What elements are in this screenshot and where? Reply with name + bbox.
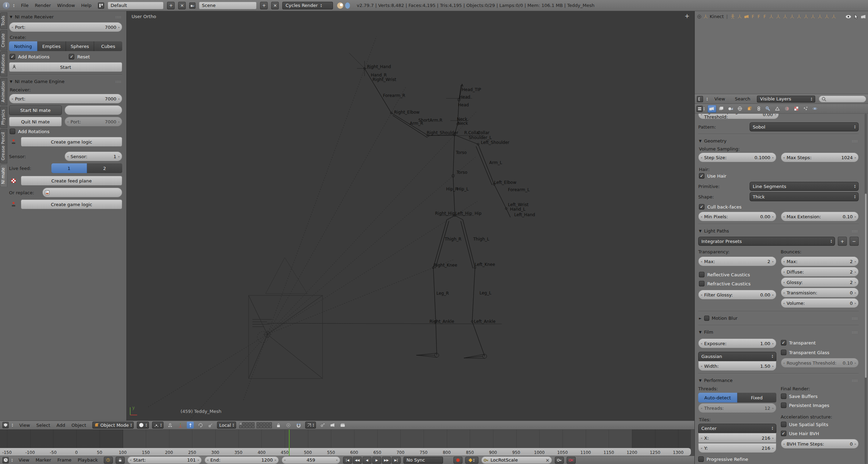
scene-field[interactable]: Scene [199, 2, 257, 9]
shelf-tab-create[interactable]: Create [0, 30, 7, 50]
port-slider[interactable]: ◂Port: 7000▸ [9, 22, 122, 32]
editor-stepper-icon[interactable]: ▴▾ [11, 458, 13, 462]
properties-tab-material[interactable] [783, 105, 791, 113]
add-preset-button[interactable]: + [838, 237, 847, 246]
menu-add[interactable]: Add [53, 422, 68, 429]
reflective-caustics-checkbox[interactable]: Reflective Caustics [699, 272, 776, 277]
threads-mode-auto-detect[interactable]: Auto-detect [698, 393, 737, 402]
properties-tab-physics[interactable] [811, 105, 819, 113]
outliner-editor[interactable]: Kinect | FFF [695, 11, 868, 94]
game-port-slider[interactable]: ◂Port: 7000▸ [9, 94, 122, 104]
hair-bvh-checkbox[interactable]: ✓Use Hair BVH [781, 431, 859, 436]
next-keyframe-button[interactable]: ▶▶ [382, 457, 391, 464]
editor-stepper-icon[interactable]: ▴▾ [13, 3, 15, 8]
volume-bounces-slider[interactable]: ◂Volume: 0▸ [781, 298, 859, 308]
jump-end-button[interactable]: ▶| [392, 457, 401, 464]
create-option-cubes[interactable]: Cubes [94, 41, 122, 51]
layer-toggle[interactable] [239, 422, 242, 425]
menu-marker[interactable]: Marker [32, 457, 54, 463]
spatial-splits-checkbox[interactable]: Use Spatial Splits [781, 422, 859, 427]
properties-tab-render[interactable] [708, 105, 716, 113]
bvh-time-steps-slider[interactable]: ◂BVH Time Steps: 0▸ [781, 439, 859, 449]
layer-toggle[interactable] [263, 425, 266, 428]
menu-render[interactable]: Render [32, 2, 54, 9]
shelf-tab-physics[interactable]: Physics [0, 106, 7, 128]
shape-select[interactable]: Thick▴▾ [750, 192, 859, 201]
primitive-select[interactable]: Line Segments▴▾ [750, 182, 859, 191]
outliner-item-kinect[interactable]: Kinect | FFF [695, 11, 868, 22]
mode-select[interactable]: Object Mode▴▾ [92, 422, 134, 429]
layer-toggle[interactable] [266, 422, 269, 425]
step-size-slider[interactable]: ◂Step Size: 0.1000▸ [698, 153, 776, 162]
frame-start-slider[interactable]: ◂Start: 101▸ [127, 456, 202, 464]
snap-magnet-icon[interactable] [295, 422, 302, 429]
properties-region-expand-icon[interactable]: + [685, 13, 690, 19]
menu-select[interactable]: Select [33, 422, 53, 429]
nimate-path-field[interactable] [65, 105, 122, 115]
use-hair-checkbox[interactable]: ✓Use Hair [699, 173, 858, 179]
threads-mode-fixed[interactable]: Fixed [737, 393, 776, 402]
panel-grip-icon[interactable]: :::: [116, 15, 122, 19]
menu-view[interactable]: View [16, 422, 33, 429]
pivot-point-select[interactable]: ▴▾ [152, 422, 164, 429]
menu-window[interactable]: Window [54, 2, 78, 9]
transparent-checkbox[interactable]: ✓Transparent [781, 340, 859, 345]
viewport-shading-select[interactable]: ▴▾ [137, 422, 149, 429]
min-pixels-slider[interactable]: ◂Min Pixels: 0.00▸ [698, 212, 776, 221]
menu-file[interactable]: File [18, 2, 32, 9]
game-add-rotations-checkbox[interactable]: Add Rotations [10, 129, 122, 134]
timeline-dope-area[interactable] [0, 430, 691, 448]
editor-stepper-icon[interactable]: ▴▾ [707, 97, 708, 101]
integrator-presets-select[interactable]: Integrator Presets▴▾ [698, 237, 835, 246]
info-editor-icon[interactable]: i [3, 2, 10, 9]
restrict-toggles[interactable] [845, 14, 866, 19]
pixel-filter-select[interactable]: Gaussian▴▾ [698, 352, 776, 361]
menu-search[interactable]: Search [732, 96, 753, 102]
expand-icon[interactable] [697, 14, 702, 19]
panel-header-nimate-game-engine[interactable]: ▼ NI mate Game Engine :::: [9, 77, 122, 86]
start-button[interactable]: Start [9, 62, 122, 72]
properties-tab-constraints[interactable] [754, 105, 763, 113]
add-scene-button[interactable]: + [260, 2, 268, 9]
tile-y-slider[interactable]: ◂Y: 216▸ [698, 443, 776, 453]
layer-toggle[interactable] [257, 422, 259, 425]
outliner-filter-select[interactable]: Visible Layers▴▾ [757, 96, 815, 103]
create-option-spheres[interactable]: Spheres [66, 41, 94, 51]
screen-browse-icon[interactable] [98, 2, 104, 9]
close-layout-button[interactable]: × [178, 2, 186, 9]
panel-header-motion-blur[interactable]: ► Motion Blur :::: [698, 314, 859, 323]
outliner-search-input[interactable] [819, 96, 866, 103]
create-feed-plane-button[interactable]: Create feed plane [21, 176, 122, 186]
properties-tab-particles[interactable] [801, 105, 810, 113]
sync-mode-select[interactable]: No Sync [403, 457, 443, 464]
filter-width-slider[interactable]: ◂Width: 1.50▸ [698, 361, 776, 371]
sensor-slider[interactable]: ◂Sensor: 1▸ [65, 152, 122, 161]
restrict-pointer-icon[interactable] [854, 14, 858, 19]
create-option-nothing[interactable]: Nothing [9, 41, 37, 51]
motion-blur-checkbox[interactable] [704, 316, 709, 321]
properties-tab-render-layers[interactable] [717, 105, 726, 113]
start-nimate-button[interactable]: Start NI mate [9, 105, 62, 115]
lock-time-cursor-icon[interactable] [116, 457, 125, 464]
properties-tab-world[interactable] [736, 105, 744, 113]
properties-editor-icon[interactable] [696, 106, 703, 112]
record-button[interactable] [453, 457, 462, 464]
shelf-tab-ni-mate[interactable]: NI mate [0, 164, 7, 187]
insert-keyframes-button[interactable] [555, 457, 564, 464]
diffuse-bounces-slider[interactable]: ◂Diffuse: 2▸ [781, 267, 859, 277]
reset-checkbox[interactable]: ✓ Reset [69, 54, 90, 59]
create-option-empties[interactable]: Empties [37, 41, 66, 51]
scene-browse-icon[interactable] [189, 2, 195, 9]
pivot-align-icon[interactable] [167, 422, 174, 429]
screen-layout-field[interactable]: Default [108, 2, 164, 9]
transparency-max-slider[interactable]: ◂Max: 2▸ [698, 257, 776, 266]
properties-tab-object[interactable] [745, 105, 754, 113]
remove-preset-button[interactable]: − [850, 237, 859, 246]
scale-manipulator-button[interactable] [207, 422, 214, 429]
save-buffers-checkbox[interactable]: Save Buffers [781, 393, 859, 399]
transmission-bounces-slider[interactable]: ◂Transmission: 0▸ [781, 288, 859, 298]
close-scene-button[interactable]: × [271, 2, 279, 9]
timeline-editor-icon[interactable] [2, 457, 9, 463]
rotate-manipulator-button[interactable] [197, 422, 204, 429]
add-rotations-checkbox[interactable]: ✓ Add Rotations [10, 54, 49, 59]
